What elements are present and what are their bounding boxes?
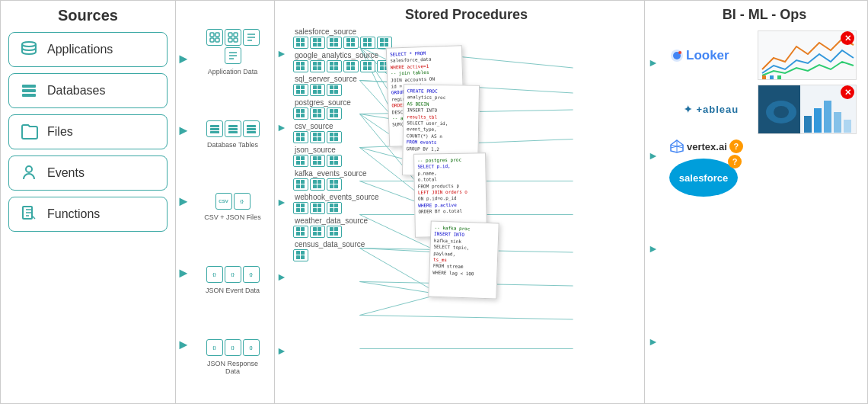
svg-rect-169 bbox=[334, 208, 338, 212]
svg-rect-92 bbox=[363, 66, 367, 70]
resp-icon-3: {} bbox=[243, 339, 260, 356]
svg-rect-74 bbox=[296, 62, 300, 66]
sp-icon bbox=[343, 37, 359, 49]
db-icon-1 bbox=[206, 120, 223, 137]
event-icon-1: {} bbox=[206, 266, 223, 283]
svg-rect-170 bbox=[296, 227, 300, 231]
databases-label: Databases bbox=[47, 84, 106, 98]
app-icon-3 bbox=[243, 29, 260, 46]
svg-rect-165 bbox=[318, 208, 321, 212]
datatype-application: Application Data bbox=[203, 29, 263, 75]
source-item-events[interactable]: Events bbox=[8, 156, 168, 191]
svg-rect-111 bbox=[301, 109, 305, 113]
svg-rect-79 bbox=[318, 62, 321, 66]
source-item-databases[interactable]: Databases bbox=[8, 73, 168, 108]
svg-rect-149 bbox=[301, 184, 305, 188]
sp-icon bbox=[327, 155, 342, 167]
looker-text: Looker bbox=[686, 48, 729, 63]
tableau-logo-area: ✦ +ableau bbox=[669, 104, 753, 115]
bi-panel: BI - ML - Ops Looker bbox=[662, 1, 867, 403]
svg-rect-54 bbox=[313, 38, 317, 42]
svg-rect-160 bbox=[296, 208, 300, 212]
arrow-1: ► bbox=[177, 51, 190, 67]
sp-icon bbox=[293, 131, 308, 143]
svg-rect-151 bbox=[318, 180, 321, 184]
source-item-files[interactable]: Files bbox=[8, 114, 168, 149]
svg-rect-136 bbox=[296, 161, 300, 165]
svg-rect-18 bbox=[228, 128, 238, 130]
svg-rect-158 bbox=[296, 204, 300, 207]
sp-icon bbox=[327, 37, 342, 49]
svg-rect-134 bbox=[296, 156, 300, 160]
right-arrow-2: ► bbox=[648, 149, 659, 162]
svg-rect-113 bbox=[301, 114, 305, 117]
svg-rect-72 bbox=[380, 43, 384, 46]
sp-icon bbox=[327, 131, 342, 143]
mid-arrow-5: ► bbox=[276, 345, 287, 357]
response-icons: {} {} {} bbox=[203, 339, 263, 356]
databases-icon bbox=[18, 80, 40, 101]
source-item-applications[interactable]: Applications bbox=[8, 32, 168, 67]
svg-rect-110 bbox=[296, 109, 300, 113]
svg-rect-87 bbox=[351, 62, 355, 66]
svg-rect-7 bbox=[215, 33, 219, 37]
svg-rect-178 bbox=[330, 227, 333, 231]
source-item-functions[interactable]: Functions bbox=[8, 197, 168, 232]
svg-rect-3 bbox=[22, 94, 36, 97]
svg-rect-150 bbox=[313, 180, 317, 184]
sp-icon bbox=[293, 107, 308, 120]
svg-rect-2 bbox=[22, 89, 36, 92]
svg-rect-185 bbox=[301, 255, 305, 259]
svg-rect-11 bbox=[234, 33, 238, 37]
mid-arrow-3: ► bbox=[276, 196, 287, 208]
svg-rect-100 bbox=[296, 90, 300, 94]
svg-rect-163 bbox=[318, 204, 321, 207]
svg-rect-91 bbox=[368, 62, 372, 66]
sp-icon bbox=[327, 226, 342, 238]
svg-rect-124 bbox=[296, 137, 300, 141]
svg-rect-120 bbox=[330, 114, 333, 117]
json-event-label: JSON Event Data bbox=[206, 287, 260, 294]
sp-icon bbox=[310, 60, 325, 72]
sp-sql-name: sql_server_source bbox=[293, 75, 640, 83]
sp-title: Stored Procedures bbox=[293, 7, 640, 23]
svg-rect-73 bbox=[385, 43, 388, 46]
svg-rect-183 bbox=[301, 251, 305, 255]
svg-rect-75 bbox=[301, 62, 305, 66]
svg-rect-145 bbox=[334, 161, 338, 165]
svg-rect-156 bbox=[330, 184, 333, 188]
looker-thumbnail-wrap: ✕ bbox=[758, 30, 857, 80]
vertex-logo-area: vertex.ai ? bbox=[669, 139, 753, 154]
svg-rect-55 bbox=[318, 38, 321, 42]
arrow-5: ► bbox=[177, 337, 190, 353]
svg-rect-86 bbox=[346, 62, 350, 66]
svg-rect-61 bbox=[334, 43, 338, 46]
svg-rect-93 bbox=[368, 66, 372, 70]
sp-google: google_analytics_source bbox=[293, 51, 640, 72]
svg-rect-127 bbox=[318, 133, 321, 136]
svg-rect-17 bbox=[228, 125, 238, 127]
svg-rect-85 bbox=[334, 66, 338, 70]
svg-rect-200 bbox=[834, 112, 841, 133]
salesforce-badge: ? bbox=[728, 155, 742, 168]
svg-rect-84 bbox=[330, 66, 333, 70]
arrow-4: ► bbox=[177, 265, 190, 281]
svg-rect-8 bbox=[210, 38, 214, 42]
sp-icon bbox=[310, 37, 325, 49]
svg-rect-57 bbox=[318, 43, 321, 46]
datatype-response: {} {} {} JSON ResponseData bbox=[203, 339, 263, 375]
svg-rect-82 bbox=[330, 62, 333, 66]
svg-rect-56 bbox=[313, 43, 317, 46]
sp-icon bbox=[293, 37, 308, 49]
svg-rect-122 bbox=[296, 133, 300, 136]
svg-rect-20 bbox=[247, 125, 256, 127]
sp-icon bbox=[327, 60, 342, 72]
svg-rect-89 bbox=[351, 66, 355, 70]
svg-rect-58 bbox=[330, 38, 333, 42]
files-label: Files bbox=[47, 125, 73, 139]
svg-rect-166 bbox=[330, 204, 333, 207]
sp-icon bbox=[293, 84, 308, 96]
svg-rect-119 bbox=[334, 109, 338, 113]
event-icon-2: {} bbox=[225, 266, 241, 283]
sp-icon bbox=[293, 226, 308, 238]
